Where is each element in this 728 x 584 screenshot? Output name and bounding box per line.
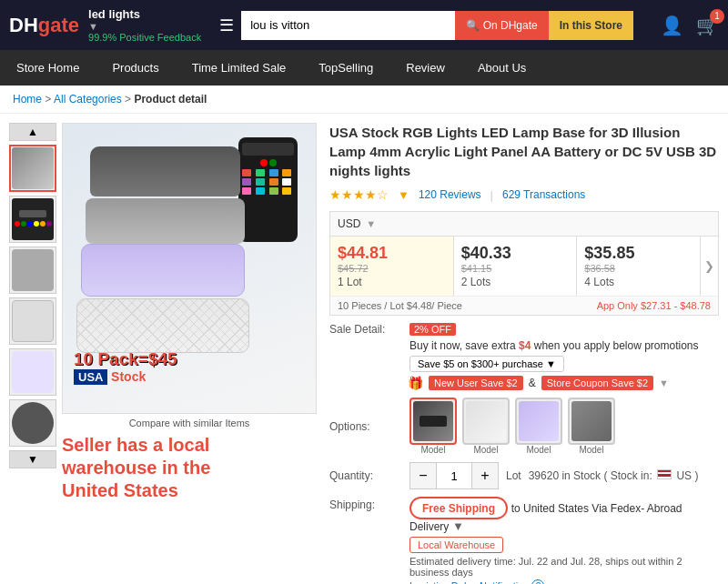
quantity-increase-button[interactable]: + [472,463,498,488]
price-tiers: $44.81 $45.72 1 Lot $40.33 $41.15 2 Lots… [330,237,718,296]
quantity-input[interactable] [436,463,472,488]
gallery-layout: ▲ [9,123,317,502]
thumbnail-list: ▲ [9,123,56,502]
new-user-coupon[interactable]: New User Save $2 [429,376,523,390]
price-lots-1: 1 Lot [338,276,446,288]
coupon-dropdown-icon[interactable]: ▼ [659,378,669,388]
search-dhgate-button[interactable]: 🔍 On DHgate [455,11,549,40]
price-section: USD ▼ $44.81 $45.72 1 Lot $40.33 $41.15 … [329,211,719,316]
option-1-wrapper: Model [410,398,457,455]
shipping-free-badge: Free Shipping [410,497,508,519]
thumbnail-1[interactable] [9,145,56,192]
logo[interactable]: DHgate [9,14,79,37]
thumb-nav-up[interactable]: ▲ [9,123,56,141]
logistics-text: Logistics Delay Notification [410,580,529,584]
save-300-button[interactable]: Save $5 on $300+ purchase ▼ [410,356,564,372]
options-row: Options: Model Model [329,398,719,455]
search-store-button[interactable]: In this Store [549,11,633,40]
product-gallery: ▲ [9,123,317,584]
sale-promo-text: Buy it now, save extra $4 when you apply… [410,339,699,352]
sale-detail-row: Sale Detail: 2% OFF [329,323,719,336]
thumbnail-5[interactable] [9,348,56,396]
coupon-row: 🎁 New User Save $2 & Store Coupon Save $… [329,376,719,390]
quantity-decrease-button[interactable]: − [410,463,436,488]
breadcrumb-home[interactable]: Home [13,93,42,106]
search-icon: 🔍 [466,19,480,32]
logo-accent: gate [38,14,79,36]
price-tier-3[interactable]: $35.85 $36.58 4 Lots [577,237,701,296]
pack-label: 10 Pack=$45 [74,349,177,369]
store-coupon[interactable]: Store Coupon Save $2 [541,376,653,390]
nav-top-selling[interactable]: TopSelling [302,50,389,86]
store-feedback: 99.9% Positive Feedback [88,32,201,43]
option-3-label: Model [526,445,551,455]
thumb-nav-down[interactable]: ▼ [9,450,56,468]
breadcrumb-categories[interactable]: All Categories [54,93,122,106]
dropdown-icon[interactable]: ▼ [88,21,201,32]
gift-icon: 🎁 [408,376,423,390]
help-icon[interactable]: ? [531,579,544,584]
option-1[interactable] [410,398,457,445]
shipping-row: Shipping: Free Shipping to United States… [329,497,719,584]
menu-icon[interactable]: ☰ [219,15,234,35]
option-4-label: Model [579,445,603,455]
local-warehouse-button[interactable]: Local Warehouse [410,537,503,553]
quantity-stock: 39620 in Stock ( Stock in: US ) [529,469,699,482]
us-flag [657,469,672,479]
price-strike-2: $41.15 [461,263,570,274]
logo-text: DH [9,14,38,36]
currency-dropdown[interactable]: ▼ [366,218,376,229]
header-icons: 👤 🛒 1 [661,15,719,36]
price-header: USD ▼ [330,212,718,237]
nav-about-us[interactable]: About Us [461,50,542,86]
quantity-lot: Lot [506,469,521,482]
price-strike-1: $45.72 [338,263,446,274]
search-area: ☰ 🔍 On DHgate In this Store [219,11,633,40]
thumbnail-3[interactable] [9,247,56,294]
thumbnail-2[interactable] [9,196,56,243]
nav-store-home[interactable]: Store Home [0,50,96,86]
logistics-link[interactable]: Logistics Delay Notification ? [410,579,719,584]
dropdown-rating-icon[interactable]: ▼ [398,188,410,202]
thumbnail-6[interactable] [9,399,56,447]
stock-label: Stock [111,369,146,384]
sale-badge: 2% OFF [410,323,456,336]
price-nav-right[interactable]: ❯ [701,237,718,296]
currency-label[interactable]: USD [338,217,360,230]
sale-section: Sale Detail: 2% OFF Buy it now, save ext… [329,323,719,390]
seller-note-text: Seller has a local warehouse in the Unit… [62,434,262,502]
free-text: Free Shipping [422,502,495,515]
nav-products[interactable]: Products [96,50,175,86]
user-icon[interactable]: 👤 [661,15,683,36]
navigation: Store Home Products Time Limited Sale To… [0,50,728,86]
compare-text[interactable]: Compare with similar Items [62,418,317,428]
option-3[interactable] [515,398,562,445]
store-name[interactable]: led lights [88,7,201,21]
search-input[interactable] [241,11,454,40]
thumbnail-4[interactable] [9,297,56,345]
nav-review[interactable]: Review [389,50,461,86]
quantity-label: Quantity: [329,469,402,482]
option-4[interactable] [568,398,615,445]
star-rating: ★★★★☆ [329,187,389,202]
quantity-control: − + [410,462,499,489]
reviews-link[interactable]: 120 Reviews [419,188,481,201]
product-info: USA Stock RGB Lights LED Lamp Base for 3… [329,123,719,584]
option-1-label: Model [420,445,445,455]
seller-note: Seller has a local warehouse in the Unit… [62,434,317,502]
option-2[interactable] [462,398,510,445]
save-300-row: Save $5 on $300+ purchase ▼ [329,356,719,372]
ship-dropdown-icon[interactable]: ▼ [452,519,464,533]
price-tier-1[interactable]: $44.81 $45.72 1 Lot [330,237,454,296]
nav-time-limited-sale[interactable]: Time Limited Sale [176,50,303,86]
options-label: Options: [329,420,402,433]
sale-detail-label: Sale Detail: [329,323,402,336]
cart-icon[interactable]: 🛒 1 [696,15,719,36]
price-tier-2[interactable]: $40.33 $41.15 2 Lots [454,237,578,296]
price-lots-3: 4 Lots [584,276,693,288]
option-2-wrapper: Model [462,398,510,455]
option-3-wrapper: Model [515,398,562,455]
price-3: $35.85 [584,244,693,263]
option-4-wrapper: Model [568,398,615,455]
transactions-link[interactable]: 629 Transactions [502,188,585,201]
